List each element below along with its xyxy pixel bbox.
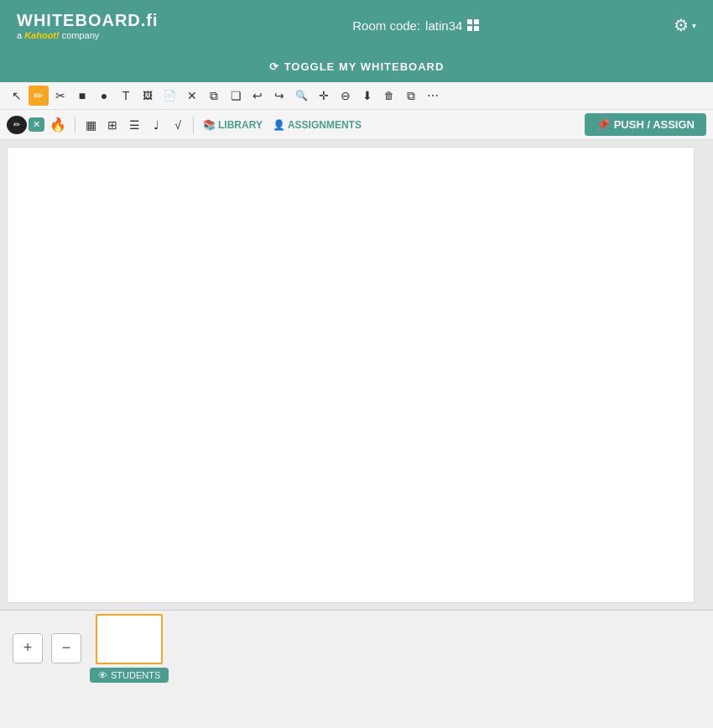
students-label: STUDENTS: [111, 670, 160, 680]
table-tool[interactable]: ▦: [81, 115, 101, 135]
toolbar-area: ↖ ✏ ✂ ■ ● T 🖼 📄 ✕ ⧉ ❏ ↩ ↪ 🔍 ✛ ⊖ ⬇ 🗑 ⧉ ⋯ …: [0, 82, 713, 140]
whiteboard-wrapper: [0, 140, 713, 610]
toggle-icon: ⟳: [269, 60, 279, 73]
assignments-label: ASSIGNMENTS: [288, 119, 362, 131]
grid-icon: [467, 19, 479, 31]
eraser-icon: ✕: [33, 119, 40, 130]
square-tool[interactable]: ■: [72, 86, 92, 106]
plus-icon: +: [23, 639, 33, 657]
header: WHITEBOARD.fi a Kahoot! company Room cod…: [0, 0, 713, 50]
remove-page-button[interactable]: −: [51, 633, 81, 663]
eye-icon: 👁: [98, 670, 107, 680]
settings-button[interactable]: ⚙ ▾: [674, 15, 696, 35]
toggle-whiteboard-button[interactable]: ⟳ TOGGLE MY WHITEBOARD: [269, 60, 445, 73]
circle-tool[interactable]: ●: [94, 86, 114, 106]
logo-title: WHITEBOARD.fi: [17, 11, 159, 30]
cursor-tool[interactable]: ↖: [7, 86, 27, 106]
room-code-value: latin34: [425, 18, 462, 33]
toggle-bar: ⟳ TOGGLE MY WHITEBOARD: [0, 50, 713, 82]
download-tool[interactable]: ⬇: [357, 86, 377, 106]
whiteboard-canvas[interactable]: [7, 147, 695, 603]
push-assign-label: PUSH / ASSIGN: [614, 118, 695, 131]
library-button[interactable]: 📚 LIBRARY: [199, 117, 267, 133]
push-assign-button[interactable]: 📌 PUSH / ASSIGN: [585, 113, 706, 136]
search-tool[interactable]: 🔍: [291, 86, 312, 106]
library-icon: 📚: [203, 119, 216, 131]
assignments-button[interactable]: 👤 ASSIGNMENTS: [268, 117, 366, 133]
fire-button[interactable]: 🔥: [46, 115, 70, 134]
grid-tool[interactable]: ⊞: [102, 115, 122, 135]
text-tool[interactable]: T: [116, 86, 136, 106]
minus-icon: −: [62, 639, 71, 657]
copy-tool[interactable]: ⧉: [204, 86, 224, 106]
math-tool[interactable]: √: [168, 115, 188, 135]
trash-tool[interactable]: 🗑: [379, 86, 399, 106]
redo-tool[interactable]: ↪: [269, 86, 289, 106]
subtitle-brand: Kahoot!: [24, 30, 60, 40]
separator2: [193, 117, 194, 133]
layers-tool[interactable]: ⧉: [401, 86, 421, 106]
duplicate-tool[interactable]: ❏: [226, 86, 246, 106]
assignments-icon: 👤: [273, 119, 285, 131]
separator1: [75, 117, 75, 133]
room-code-label: Room code:: [352, 18, 420, 33]
undo-tool[interactable]: ↩: [247, 86, 268, 106]
close-tool[interactable]: ✕: [182, 86, 202, 106]
push-icon: 📌: [596, 118, 610, 131]
subtitle-prefix: a: [17, 30, 22, 40]
lines-tool[interactable]: ☰: [124, 115, 144, 135]
room-code-area: Room code: latin34: [352, 18, 479, 33]
pencil-tool[interactable]: ✏: [29, 86, 49, 106]
students-button[interactable]: 👁 STUDENTS: [90, 668, 169, 683]
more-tool[interactable]: ⋯: [423, 86, 443, 106]
settings-arrow-icon: ▾: [692, 21, 696, 30]
image-tool[interactable]: 🖼: [138, 86, 158, 106]
library-label: LIBRARY: [218, 119, 263, 131]
music-tool[interactable]: ♩: [146, 115, 166, 135]
subtitle-suffix: company: [62, 30, 100, 40]
scissors-tool[interactable]: ✂: [50, 86, 70, 106]
toggle-label: TOGGLE MY WHITEBOARD: [284, 60, 445, 73]
bottom-area: + − 👁 STUDENTS: [0, 610, 713, 685]
logo-subtitle: a Kahoot! company: [17, 30, 159, 40]
toolbar-row2: ✏ ✕ 🔥 ▦ ⊞ ☰ ♩ √ 📚 LIBRARY 👤 ASSIGNMENTS …: [0, 110, 713, 139]
zoomout-tool[interactable]: ⊖: [336, 86, 356, 106]
add-page-button[interactable]: +: [13, 633, 43, 663]
move-tool[interactable]: ✛: [314, 86, 334, 106]
page-thumbnail[interactable]: [96, 614, 163, 664]
pen-color-black[interactable]: ✏: [7, 116, 27, 134]
toolbar-row1: ↖ ✏ ✂ ■ ● T 🖼 📄 ✕ ⧉ ❏ ↩ ↪ 🔍 ✛ ⊖ ⬇ 🗑 ⧉ ⋯: [0, 82, 713, 110]
gear-icon: ⚙: [674, 15, 689, 35]
doc-tool[interactable]: 📄: [159, 86, 180, 106]
logo-area: WHITEBOARD.fi a Kahoot! company: [17, 11, 159, 40]
eraser-clear-button[interactable]: ✕: [29, 117, 44, 132]
